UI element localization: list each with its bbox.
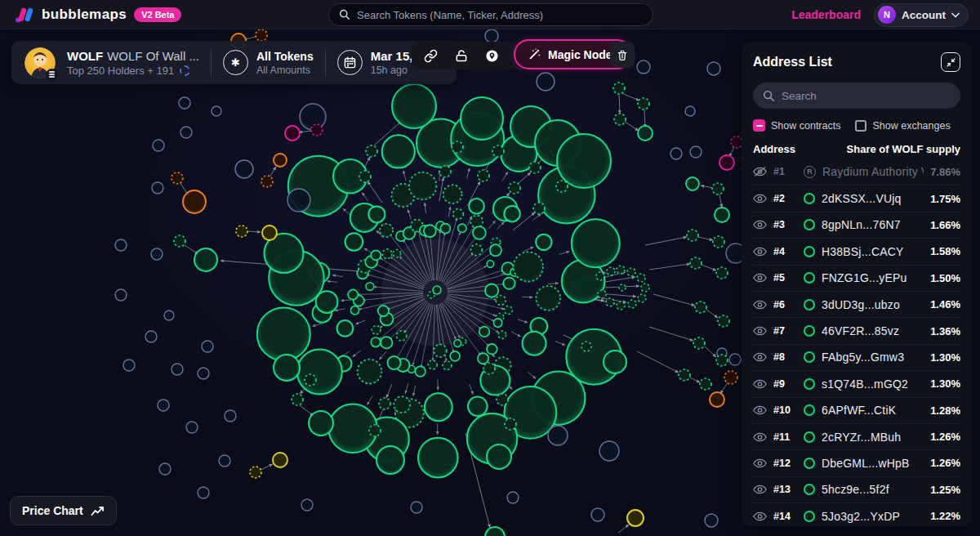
link-icon[interactable] [424, 49, 438, 63]
chain-badge-icon [46, 69, 58, 81]
address-search-placeholder: Search [782, 90, 817, 102]
eye-icon[interactable] [753, 458, 767, 468]
pin-circle-icon[interactable] [485, 49, 499, 63]
trash-button[interactable] [610, 42, 635, 68]
show-contracts-checkbox[interactable]: Show contracts [753, 119, 840, 132]
asterisk-icon: ✱ [223, 50, 248, 75]
eye-icon[interactable] [753, 326, 767, 336]
wallet-bubble-icon [804, 246, 815, 257]
address-text: s1Q74B...mGQ2 [822, 377, 924, 391]
address-text: 8gpNLn...76N7 [822, 218, 924, 231]
filter-amounts-label: All Amounts [256, 65, 314, 76]
address-row[interactable]: #145Jo3g2...YxDP1.22% [753, 502, 960, 529]
address-rank: #14 [773, 511, 797, 522]
supply-share: 1.58% [930, 245, 960, 257]
address-rank: #4 [773, 246, 797, 257]
show-exchanges-checkbox[interactable]: Show exchanges [855, 120, 950, 132]
eye-icon[interactable] [753, 485, 767, 494]
price-chart-button[interactable]: Price Chart [10, 496, 117, 525]
trash-icon [617, 49, 628, 61]
eye-off-icon[interactable] [753, 166, 767, 177]
eye-icon[interactable] [753, 432, 767, 442]
unlock-icon[interactable] [455, 49, 468, 63]
brand[interactable]: bubblemaps V2 Beta [0, 6, 181, 24]
address-row[interactable]: #112cRYZr...MBuh1.26% [753, 423, 960, 449]
wallet-bubble-icon [804, 404, 815, 416]
eye-icon[interactable] [753, 220, 767, 230]
address-row[interactable]: #9s1Q74B...mGQ21.30% [753, 370, 960, 396]
address-list-title: Address List [753, 55, 832, 69]
address-text: DbeGML...wHpB [822, 457, 924, 470]
address-text: 46VF2R...85vz [822, 324, 924, 337]
address-row[interactable]: #8FAbg5y...Gmw31.30% [753, 344, 960, 370]
address-text: 3dUD3g...ubzo [822, 298, 924, 311]
address-rank: #7 [773, 325, 797, 337]
wallet-bubble-icon [804, 193, 815, 204]
supply-share: 1.30% [930, 351, 960, 364]
account-button[interactable]: N Account [874, 3, 969, 27]
supply-share: 1.50% [930, 272, 960, 284]
wallet-bubble-icon [804, 458, 815, 469]
price-chart-label: Price Chart [22, 504, 83, 517]
beta-badge: V2 Beta [134, 7, 181, 22]
token-ticker: WOLF [67, 49, 103, 63]
address-row[interactable]: #4H38BSj...CACY1.58% [753, 238, 960, 264]
address-rank: #8 [773, 351, 797, 363]
magic-wand-icon [528, 47, 541, 61]
address-text: 2cRYZr...MBuh [822, 431, 924, 444]
address-row[interactable]: #135hcz9e...5f2f1.25% [753, 476, 960, 502]
token-search-input[interactable]: Search Tokens (Name, Ticker, Address) [328, 3, 653, 26]
column-address: Address [753, 143, 795, 155]
supply-share: 1.22% [930, 510, 960, 522]
brand-name: bubblemaps [42, 7, 127, 23]
address-row[interactable]: #106APfWF...CtiK1.28% [753, 397, 960, 423]
token-info-panel[interactable]: WOLFWOLF Of Wall ... Top 250 Holders + 1… [11, 41, 457, 84]
checkbox-indeterminate-icon [753, 119, 765, 132]
address-rows: #1RRaydium Authority V47.86%#22dKSSX...V… [753, 159, 960, 529]
address-row[interactable]: #746VF2R...85vz1.36% [753, 317, 960, 343]
address-list-panel: Address List Search Show contracts Show … [742, 42, 972, 526]
address-row[interactable]: #1RRaydium Authority V47.86% [753, 159, 960, 185]
address-row[interactable]: #5FNZG1G...yEPu1.50% [753, 265, 960, 291]
address-rank: #13 [773, 484, 797, 495]
wallet-bubble-icon [804, 431, 815, 443]
checkbox-empty-icon [855, 120, 866, 132]
address-row[interactable]: #38gpNLn...76N71.66% [753, 212, 960, 238]
token-holders: Top 250 Holders + 191 [67, 65, 199, 77]
calendar-icon [337, 50, 363, 75]
eye-icon[interactable] [753, 247, 767, 257]
account-avatar: N [878, 6, 896, 24]
eye-icon[interactable] [753, 511, 767, 521]
eye-icon[interactable] [753, 379, 767, 389]
token-filter-section[interactable]: ✱ All Tokens All Amounts [223, 50, 314, 76]
leaderboard-link[interactable]: Leaderboard [791, 8, 861, 21]
collapse-panel-button[interactable] [941, 52, 960, 72]
supply-share: 7.86% [930, 166, 960, 178]
account-label: Account [902, 9, 946, 21]
address-rank: #9 [773, 378, 797, 390]
token-search-placeholder: Search Tokens (Name, Ticker, Address) [357, 9, 543, 21]
divider [325, 49, 326, 77]
address-row[interactable]: #22dKSSX...VUjq1.75% [753, 185, 960, 211]
eye-icon[interactable] [753, 194, 767, 203]
supply-share: 1.46% [930, 298, 960, 310]
eye-icon[interactable] [753, 405, 767, 415]
bubblemaps-app: bubblemaps V2 Beta Search Tokens (Name, … [0, 0, 980, 536]
address-search-input[interactable]: Search [753, 83, 960, 109]
filter-tokens-label: All Tokens [256, 50, 314, 63]
raydium-icon: R [804, 166, 816, 178]
address-row[interactable]: #12DbeGML...wHpB1.26% [753, 449, 960, 476]
chart-line-icon [91, 506, 105, 516]
address-row[interactable]: #63dUD3g...ubzo1.46% [753, 291, 960, 317]
address-text: 2dKSSX...VUjq [822, 192, 924, 205]
wallet-bubble-icon [804, 219, 815, 230]
eye-icon[interactable] [753, 300, 767, 310]
token-title: WOLFWOLF Of Wall ... [67, 49, 199, 63]
bubblemaps-logo-icon [15, 6, 34, 24]
search-icon [763, 90, 775, 102]
address-text: 5Jo3g2...YxDP [822, 510, 924, 523]
wallet-bubble-icon [804, 351, 815, 363]
supply-share: 1.66% [930, 219, 960, 231]
eye-icon[interactable] [753, 352, 767, 362]
eye-icon[interactable] [753, 273, 767, 283]
